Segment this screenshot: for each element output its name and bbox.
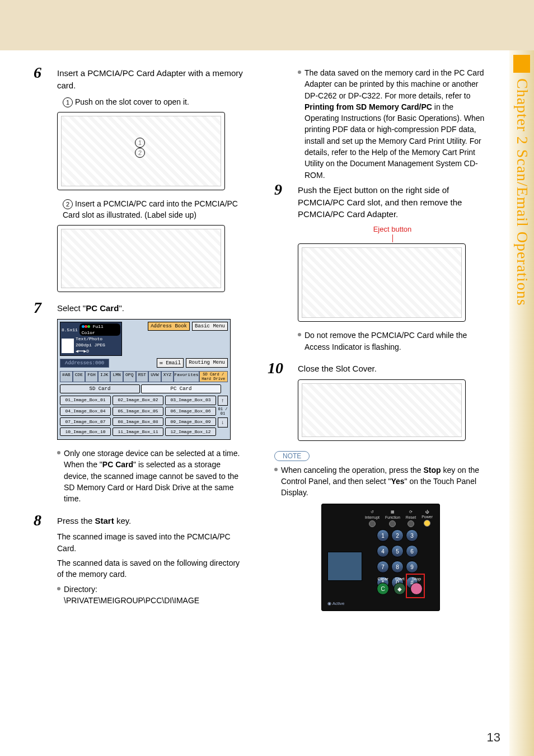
image-box-grid: 01_Image_Box_01 02_Image_Box_02 03_Image… (58, 395, 230, 439)
scroll-page-indicator: 01 / 01 (218, 407, 228, 416)
email-label: Email (166, 360, 181, 366)
image-box[interactable]: 11_Image_Box_11 (113, 428, 163, 436)
eject-button-label: Eject button (298, 225, 487, 233)
keypad-key[interactable]: 6 (406, 545, 418, 557)
manual-page: Chapter 2 Scan/Email Operations 6 Insert… (0, 0, 534, 756)
stop-highlight-box (406, 574, 425, 598)
routing-menu-button[interactable]: Routing Menu (186, 358, 228, 368)
image-box[interactable]: 05_Image_Box_05 (113, 407, 163, 416)
sd-hard-drive-tab[interactable]: SD Card / Hard Drive (199, 371, 228, 382)
step-7: 7 Select "PC Card". 8.5x11 Full Color (34, 302, 246, 504)
active-indicator: ◉ Active (327, 601, 345, 606)
alpha-tab[interactable]: CDE (73, 371, 86, 382)
led-icon (407, 520, 414, 527)
figure-slot-cover-open: 12 (57, 112, 225, 190)
scan-dpi: 200dpi JPEG (76, 342, 105, 348)
scroll-down-button[interactable]: ↓ (218, 417, 228, 428)
keypad-key[interactable]: 2 (391, 529, 404, 542)
step-8-title-bold: Start (95, 516, 114, 525)
figure-control-panel: ↺Interrupt ▦Function ⟳Reset ⏻Power 1 2 3… (321, 504, 440, 611)
bullet-icon (57, 587, 60, 590)
step-9-title: Push the Eject button on the right side … (298, 184, 487, 220)
step-6-title: Insert a PCMCIA/PC Card Adapter with a m… (57, 67, 246, 92)
image-box[interactable]: 07_Image_Box_07 (60, 417, 111, 426)
favorites-tab[interactable]: Favorites (174, 371, 199, 382)
keypad-key[interactable]: 8 (391, 561, 404, 573)
keypad-key[interactable]: 5 (391, 545, 404, 557)
image-box[interactable]: 02_Image_Box_02 (113, 396, 163, 405)
step-number: 8 (34, 511, 41, 529)
step-8-title-post: key. (114, 516, 132, 525)
clear-button[interactable]: C (377, 583, 389, 595)
alpha-tab[interactable]: LMN (110, 371, 123, 382)
right-top-bullet-bold: Printing from SD Memory Card/PC (305, 102, 432, 111)
pc-card-tab[interactable]: PC Card (141, 384, 221, 393)
step-7-title-post: ". (119, 303, 124, 313)
bullet-icon (57, 451, 60, 454)
eject-leader-line (392, 234, 393, 242)
keypad-key[interactable]: 1 (377, 529, 389, 542)
circled-1-icon: 1 (63, 97, 73, 107)
image-box[interactable]: 04_Image_Box_04 (60, 407, 111, 416)
image-box[interactable]: 12_Image_Box_12 (165, 428, 216, 436)
left-column: 6 Insert a PCMCIA/PC Card Adapter with a… (34, 67, 246, 722)
step-9-bullet-text: Do not remove the PCMCIA/PC Card while t… (305, 330, 487, 353)
alpha-tab[interactable]: OPQ (123, 371, 136, 382)
step-8-line-1: The scanned image is saved into the PCMC… (57, 531, 246, 554)
note-badge: NOTE (274, 451, 310, 461)
circled-2-icon: 2 (63, 199, 73, 209)
alpha-tab[interactable]: RST (136, 371, 149, 382)
step-number: 6 (34, 64, 41, 82)
step-6: 6 Insert a PCMCIA/PC Card Adapter with a… (34, 67, 246, 292)
scroll-up-button[interactable]: ↑ (218, 396, 228, 406)
step-6-sub-1: 1Push on the slot cover to open it. (63, 96, 246, 107)
keypad-key[interactable]: 9 (406, 561, 418, 573)
interrupt-label: Interrupt (365, 515, 380, 519)
sd-card-tab[interactable]: SD Card (60, 384, 140, 393)
note-section: NOTE When canceling the operation, press… (274, 451, 487, 612)
step-6-sub-1-text: Push on the slot cover to open it. (75, 97, 189, 106)
mail-icon: ✉ (160, 360, 162, 366)
image-box[interactable]: 01_Image_Box_01 (60, 396, 111, 405)
image-box[interactable]: 10_Image_Box_10 (60, 428, 111, 436)
step-10-title: Close the Slot Cover. (298, 363, 487, 375)
page-top-bar (0, 0, 534, 50)
led-icon (389, 520, 396, 527)
address-book-tab[interactable]: Address Book (148, 322, 190, 331)
addresses-counter[interactable]: Addresses:000 (60, 359, 109, 368)
step-8-directory: Directory: \PRIVATE\MEIGROUP\PCC\DI\IMAG… (57, 584, 246, 607)
control-panel-top-icons: ↺Interrupt ▦Function ⟳Reset ⏻Power (365, 510, 433, 527)
active-led-icon: ◉ (327, 601, 331, 606)
keypad-key[interactable]: 7 (377, 561, 389, 573)
function-label: Function (385, 515, 400, 519)
chapter-color-tab (513, 55, 530, 73)
image-box[interactable]: 08_Image_Box_08 (113, 417, 163, 426)
alpha-tab[interactable]: #AB (60, 371, 73, 382)
keypad-key[interactable]: 4 (377, 545, 389, 557)
page-thumbnail-icon: ▤ (62, 339, 74, 353)
keypad-key[interactable]: 3 (406, 529, 418, 542)
basic-menu-tab[interactable]: Basic Menu (192, 322, 228, 331)
note-text-a: When canceling the operation, press the (281, 466, 424, 475)
image-box[interactable]: 06_Image_Box_06 (165, 407, 216, 416)
figure-callout-icons: 12 (135, 138, 147, 158)
active-label: Active (332, 601, 345, 606)
alpha-tab[interactable]: IJK (98, 371, 111, 382)
note-bullet: When canceling the operation, press the … (274, 464, 487, 499)
alpha-index-tabs: #AB CDE FGH IJK LMN OPQ RST UVW XYZ Favo… (58, 370, 230, 382)
image-box[interactable]: 09_Image_Box_09 (165, 417, 216, 426)
start-label: Start (395, 576, 405, 581)
power-label: Power (421, 515, 433, 519)
right-column: The data saved on the memory card in the… (274, 67, 487, 722)
directory-value: \PRIVATE\MEIGROUP\PCC\DI\IMAGE (64, 596, 199, 605)
alpha-tab[interactable]: XYZ (161, 371, 174, 382)
image-box[interactable]: 03_Image_Box_03 (165, 396, 216, 405)
figure-eject-card (298, 243, 466, 322)
page-number: 13 (487, 730, 500, 745)
email-button[interactable]: ✉ Email (157, 358, 184, 368)
start-button[interactable]: ◆ (394, 583, 406, 595)
alpha-tab[interactable]: UVW (148, 371, 161, 382)
step-7-title-pre: Select " (57, 303, 86, 313)
storage-spacer (222, 384, 228, 393)
alpha-tab[interactable]: FGH (85, 371, 98, 382)
